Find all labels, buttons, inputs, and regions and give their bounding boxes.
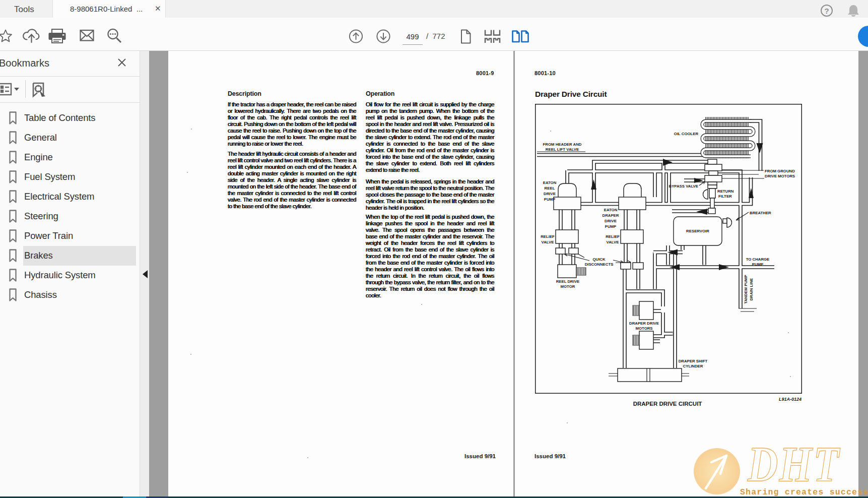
- svg-text:PUMP: PUMP: [605, 224, 617, 229]
- svg-text:REEL DRIVE: REEL DRIVE: [556, 279, 580, 284]
- svg-text:RETURN: RETURN: [717, 189, 734, 194]
- svg-text:DRIVE: DRIVE: [605, 219, 617, 223]
- svg-text:QUICK: QUICK: [592, 257, 605, 262]
- svg-text:RESERVOIR: RESERVOIR: [686, 229, 709, 233]
- svg-text:TANDEM PUMP: TANDEM PUMP: [744, 275, 748, 303]
- svg-text:VALVE: VALVE: [542, 240, 554, 244]
- svg-text:CYLINDER: CYLINDER: [683, 364, 703, 368]
- svg-text:REEL: REEL: [545, 186, 555, 191]
- svg-text:DRAPER: DRAPER: [603, 213, 619, 218]
- svg-text:FROM HEADER AND: FROM HEADER AND: [543, 142, 582, 147]
- svg-text:BREATHER: BREATHER: [750, 211, 771, 215]
- svg-text:DRIVE MOTORS: DRIVE MOTORS: [765, 174, 795, 178]
- svg-text:DRAPER SHIFT: DRAPER SHIFT: [679, 359, 708, 363]
- svg-text:RELIEF: RELIEF: [541, 234, 555, 239]
- svg-text:PUMP: PUMP: [752, 262, 764, 267]
- svg-text:RELIEF: RELIEF: [606, 234, 620, 239]
- svg-text:?: ?: [824, 7, 829, 15]
- svg-text:FROM GROUND: FROM GROUND: [765, 169, 795, 173]
- svg-text:BYPASS VALVE: BYPASS VALVE: [669, 184, 699, 189]
- svg-text:DISCONNECTS: DISCONNECTS: [585, 262, 614, 267]
- svg-text:FILTER: FILTER: [718, 194, 732, 199]
- svg-text:OIL COOLER: OIL COOLER: [674, 132, 699, 136]
- svg-text:EATON: EATON: [604, 208, 618, 212]
- svg-text:REEL LIFT VALVE: REEL LIFT VALVE: [546, 147, 579, 152]
- svg-text:EATON: EATON: [543, 180, 557, 185]
- svg-text:TO CHARGE: TO CHARGE: [746, 257, 770, 262]
- svg-text:DRAPER DRIVE: DRAPER DRIVE: [629, 321, 659, 326]
- svg-text:MOTORS: MOTORS: [635, 326, 652, 331]
- svg-text:DRAIN LINE: DRAIN LINE: [749, 278, 754, 301]
- svg-text:MOTOR: MOTOR: [561, 284, 575, 289]
- svg-text:VALVE: VALVE: [607, 240, 619, 244]
- svg-text:DRIVE: DRIVE: [544, 192, 556, 196]
- svg-text:PUMP: PUMP: [544, 197, 556, 202]
